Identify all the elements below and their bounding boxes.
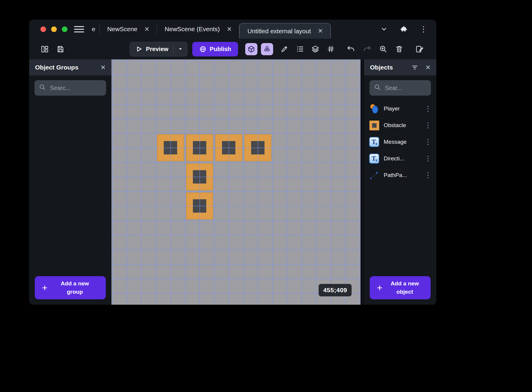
scene-editor-canvas[interactable]: 455;409 [111, 59, 361, 305]
globe-icon [199, 45, 207, 53]
text-object-icon: Tx [369, 153, 380, 164]
objects-search[interactable] [369, 80, 431, 96]
close-icon[interactable]: × [101, 63, 106, 72]
extensions-puzzle-icon[interactable] [400, 25, 408, 33]
tab-newscene-events[interactable]: NewScene (Events) × [157, 20, 239, 39]
project-manager-icon[interactable] [40, 45, 49, 53]
obstacle-icon [369, 120, 380, 131]
events-list-icon[interactable] [296, 45, 304, 53]
obstacle-tile-inner [193, 170, 206, 184]
obstacle-tile[interactable] [186, 134, 213, 161]
object-groups-panel: Object Groups × + Add a new group [29, 59, 111, 305]
object-row-player[interactable]: Player ⋮ [364, 100, 436, 117]
obstacle-tile[interactable] [215, 134, 242, 161]
close-icon[interactable]: × [227, 25, 232, 33]
close-icon[interactable]: × [318, 27, 323, 35]
path-icon [369, 170, 380, 181]
obstacle-tile-inner [164, 141, 177, 154]
instances-mode-icon[interactable] [261, 43, 273, 55]
obstacle-tile-inner [193, 199, 206, 213]
object-groups-search-input[interactable] [50, 85, 102, 91]
tab-untitled-external-layout[interactable]: Untitled external layout × [239, 23, 330, 39]
more-options-kebab-icon[interactable]: ⋮ [420, 25, 427, 33]
desktop-background: e NewScene × NewScene (Events) × Untitle… [0, 0, 532, 392]
layers-icon[interactable] [311, 45, 319, 53]
object-label: Message [384, 139, 418, 145]
close-icon[interactable]: × [426, 63, 430, 72]
obstacle-tile[interactable] [157, 134, 184, 161]
obstacle-tile-inner [193, 141, 206, 154]
object-menu-kebab-icon[interactable]: ⋮ [422, 104, 434, 113]
filter-icon[interactable] [411, 64, 418, 71]
object-row-pathpainter[interactable]: PathPa... ⋮ [364, 167, 436, 184]
fullscreen-window-button[interactable] [62, 26, 67, 32]
obstacle-tile[interactable] [244, 134, 271, 161]
object-menu-kebab-icon[interactable]: ⋮ [422, 170, 434, 180]
objects-panel: Objects × [364, 59, 436, 305]
titlebar-actions: ⋮ [380, 25, 427, 33]
play-icon [135, 45, 143, 53]
tab-label: NewScene (Events) [165, 26, 220, 33]
window-controls [40, 26, 67, 32]
app-window: e NewScene × NewScene (Events) × Untitle… [29, 20, 436, 305]
close-icon[interactable]: × [144, 25, 149, 33]
object-label: Obstacle [384, 122, 418, 129]
obstacle-tile[interactable] [186, 163, 213, 190]
chevron-down-icon[interactable] [380, 25, 388, 33]
object-menu-kebab-icon[interactable]: ⋮ [422, 154, 434, 163]
object-row-message[interactable]: Tx Message ⋮ [364, 134, 436, 150]
cursor-coordinates-badge: 455;409 [319, 284, 352, 296]
object-row-directions[interactable]: Tx Directi... ⋮ [364, 150, 436, 167]
search-icon [39, 84, 46, 92]
text-object-icon: Tx [369, 137, 380, 147]
redo-icon[interactable] [363, 45, 371, 53]
add-object-button[interactable]: + Add a new object [370, 276, 431, 299]
pencil-icon[interactable] [280, 45, 289, 53]
object-menu-kebab-icon[interactable]: ⋮ [422, 137, 434, 147]
objects-search-input[interactable] [385, 85, 426, 91]
object-label: Player [384, 105, 418, 112]
tab-bar: e NewScene × NewScene (Events) × Untitle… [88, 20, 331, 39]
object-groups-search[interactable] [34, 80, 106, 96]
close-window-button[interactable] [40, 26, 46, 32]
edit-object-mode-icon[interactable] [245, 43, 257, 55]
objects-header: Objects × [364, 59, 436, 75]
preview-button[interactable]: Preview [130, 42, 188, 56]
grid-icon[interactable] [327, 45, 335, 53]
add-object-label: Add a new object [387, 279, 423, 296]
object-label: Directi... [384, 155, 418, 162]
tab-label: Untitled external layout [247, 28, 311, 35]
tab-label: e [92, 26, 95, 33]
objects-list: Player ⋮ Obstacle ⋮ Tx Mess [364, 100, 436, 184]
preview-label: Preview [146, 46, 169, 53]
add-group-label: Add a new group [57, 279, 93, 296]
tab-newscene[interactable]: NewScene × [100, 20, 157, 39]
obstacle-tile[interactable] [186, 192, 213, 219]
publish-label: Publish [210, 46, 231, 53]
search-icon [374, 84, 381, 92]
tab-clipped[interactable]: e [88, 20, 100, 39]
edit-properties-icon[interactable] [415, 45, 424, 53]
obstacle-tile-inner [251, 141, 265, 154]
plus-icon: + [377, 283, 383, 293]
hamburger-menu-icon[interactable] [74, 26, 84, 32]
tab-label: NewScene [107, 26, 138, 33]
undo-icon[interactable] [347, 45, 355, 53]
minimize-window-button[interactable] [51, 26, 57, 32]
zoom-in-icon[interactable] [379, 45, 387, 53]
player-icon [369, 103, 380, 114]
object-label: PathPa... [384, 172, 418, 178]
main-content: Object Groups × + Add a new group 455;40 [29, 59, 436, 305]
obstacle-tile-inner [222, 141, 235, 154]
save-icon[interactable] [56, 45, 65, 53]
toolbar: Preview Publish [29, 39, 436, 59]
preview-dropdown-caret-icon[interactable] [174, 46, 187, 52]
object-row-obstacle[interactable]: Obstacle ⋮ [364, 117, 436, 134]
object-menu-kebab-icon[interactable]: ⋮ [422, 121, 434, 130]
titlebar: e NewScene × NewScene (Events) × Untitle… [29, 20, 436, 39]
add-group-button[interactable]: + Add a new group [35, 276, 106, 299]
plus-icon: + [42, 283, 48, 293]
publish-button[interactable]: Publish [192, 42, 238, 56]
trash-icon[interactable] [395, 45, 403, 53]
object-groups-title: Object Groups [35, 64, 94, 71]
